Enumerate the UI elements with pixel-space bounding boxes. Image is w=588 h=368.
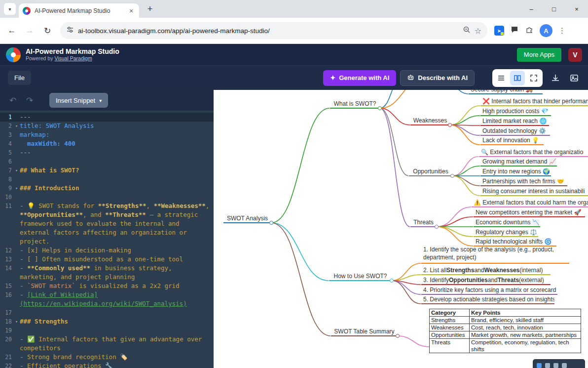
- node-circle-opp[interactable]: [450, 174, 454, 178]
- node-circle-wis[interactable]: [378, 106, 382, 110]
- editor-line[interactable]: 2▾title: SWOT Analysis: [0, 122, 214, 130]
- export-image-icon[interactable]: [568, 72, 580, 84]
- map-node-htu[interactable]: How to Use SWOT?: [329, 271, 392, 281]
- editor-line[interactable]: 11- 💡 SWOT stands for **Strengths**, **W…: [0, 202, 214, 246]
- maximize-button[interactable]: □: [543, 0, 565, 18]
- node-circle-weak[interactable]: [448, 123, 452, 127]
- map-node-w2[interactable]: High production costs 💎: [480, 106, 551, 116]
- editor-line[interactable]: 5---: [0, 148, 214, 157]
- zoom-icon[interactable]: [463, 26, 471, 36]
- node-circle-root[interactable]: [269, 221, 273, 225]
- map-node-o1[interactable]: 🔍 External factors that the organizatio: [479, 147, 588, 157]
- site-settings-icon[interactable]: [66, 26, 74, 36]
- tab-close-icon[interactable]: ×: [127, 7, 135, 15]
- extensions-puzzle-icon[interactable]: [525, 25, 534, 36]
- visual-paradigm-link[interactable]: Visual Paradigm: [54, 55, 92, 61]
- map-node-wis[interactable]: What is SWOT?: [330, 98, 380, 109]
- editor-line[interactable]: 19: [0, 326, 214, 335]
- node-circle-tbl[interactable]: [396, 334, 400, 338]
- user-avatar[interactable]: V: [568, 48, 582, 62]
- map-node-w4[interactable]: Outdated technology ⚙️: [480, 125, 550, 136]
- node-circle-thr[interactable]: [435, 225, 439, 229]
- new-tab-button[interactable]: +: [143, 2, 157, 16]
- bookmark-star-icon[interactable]: ☆: [475, 26, 481, 36]
- fit-view-icon[interactable]: [562, 363, 567, 368]
- url-bar[interactable]: ai-toolbox.visual-paradigm.com/app/ai-po…: [60, 22, 487, 39]
- map-node-o5[interactable]: Rising consumer interest in sustainabili: [480, 186, 588, 196]
- reload-button[interactable]: ↻: [41, 25, 53, 37]
- editor-line[interactable]: 10: [0, 193, 214, 202]
- map-node-o4[interactable]: Partnerships with tech firms 🤝: [480, 176, 567, 186]
- map-node-t1[interactable]: ⚠️ External factors that could harm the …: [472, 197, 588, 207]
- map-node-t2[interactable]: New competitors entering the market 🚀: [474, 207, 585, 217]
- map-node-o3[interactable]: Entry into new regions 🌍: [480, 166, 551, 176]
- undo-button[interactable]: ↶: [7, 95, 19, 106]
- editor-line[interactable]: 16- [Link of Wikipedia](https://en.wikip…: [0, 290, 214, 308]
- map-node-thr[interactable]: Threats: [410, 217, 437, 227]
- back-button[interactable]: ←: [6, 25, 18, 37]
- more-apps-button[interactable]: More Apps: [517, 48, 561, 62]
- editor-line[interactable]: 8: [0, 175, 214, 184]
- editor-line[interactable]: 20- ✅ Internal factors that give an adva…: [0, 335, 214, 353]
- fold-chevron-icon[interactable]: ▾: [13, 166, 20, 175]
- node-circle-htu[interactable]: [390, 279, 394, 283]
- map-node-o2[interactable]: Growing market demand 📈: [480, 156, 557, 166]
- map-node-h5[interactable]: 5. Develop actionable strategies based o…: [421, 294, 554, 304]
- editor-line[interactable]: 12- [x] Helps in decision-making: [0, 246, 214, 255]
- markmap-canvas[interactable]: Secure supply chain 🚚SWOT AnalysisWhat i…: [214, 90, 588, 368]
- outline-view-button[interactable]: [494, 71, 509, 85]
- redo-button[interactable]: ↷: [24, 95, 36, 106]
- tab-search-button[interactable]: ▾: [4, 3, 16, 15]
- generate-with-ai-button[interactable]: ✦ Generate with AI: [323, 70, 396, 86]
- map-node-tbl[interactable]: SWOT Table Summary: [331, 326, 398, 336]
- markmap-toolbar[interactable]: [533, 359, 585, 368]
- fold-chevron-icon[interactable]: ▾: [13, 184, 20, 193]
- insert-snippet-button[interactable]: Insert Snippet ▾: [49, 93, 108, 108]
- forward-button[interactable]: →: [24, 25, 36, 37]
- editor-line[interactable]: 7▾## What is SWOT?: [0, 166, 214, 175]
- browser-menu-icon[interactable]: ⋮: [558, 26, 566, 35]
- editor-line[interactable]: 15- `SWOT matrix` is visualized as a 2x2…: [0, 282, 214, 290]
- map-node-h1[interactable]: 1. Identify the scope of the analysis (e…: [421, 245, 569, 264]
- extension-icon[interactable]: ➤: [494, 26, 504, 36]
- map-node-w3[interactable]: Limited market reach 🌐: [480, 116, 549, 126]
- file-menu-button[interactable]: File: [8, 71, 31, 85]
- editor-line[interactable]: 4 maxWidth: 400: [0, 139, 214, 148]
- map-node-t3[interactable]: Economic downturns 📉: [474, 217, 540, 227]
- profile-avatar[interactable]: A: [540, 24, 552, 37]
- fullscreen-button[interactable]: [526, 71, 541, 85]
- download-icon[interactable]: [550, 72, 561, 84]
- map-node-w1[interactable]: ❌ Internal factors that hinder performan: [480, 96, 588, 106]
- map-node-h3[interactable]: 3. Identify Opportunities and Threats (e…: [421, 275, 551, 285]
- editor-line[interactable]: 13- [ ] Often misunderstood as a one-tim…: [0, 255, 214, 264]
- map-node-weak[interactable]: Weaknesses: [410, 115, 450, 125]
- editor-line[interactable]: 21- Strong brand recognition 🏷️: [0, 353, 214, 362]
- browser-tab[interactable]: AI-Powered Markmap Studio ×: [19, 3, 139, 18]
- markdown-editor[interactable]: ↶ ↷ Insert Snippet ▾ 1---2▾title: SWOT A…: [0, 90, 214, 368]
- minimize-button[interactable]: –: [520, 0, 543, 18]
- map-node-h2[interactable]: 2. List all Strengths and Weaknesses (in…: [421, 265, 551, 275]
- fold-chevron-icon[interactable]: ▾: [13, 317, 20, 326]
- map-node-t5[interactable]: Rapid technological shifts 🌀: [474, 236, 556, 246]
- chat-extension-icon[interactable]: [510, 25, 519, 36]
- map-node-secure[interactable]: Secure supply chain 🚚: [469, 90, 543, 94]
- editor-line[interactable]: 3markmap:: [0, 130, 214, 139]
- close-button[interactable]: ×: [565, 0, 588, 18]
- editor-line[interactable]: 17: [0, 308, 214, 317]
- editor-line[interactable]: 9▾### Introduction: [0, 184, 214, 193]
- map-node-w5[interactable]: Lack of innovation 💡: [480, 135, 544, 145]
- editor-line[interactable]: 22- Efficient operations 🔧: [0, 362, 214, 368]
- editor-lines[interactable]: 1---2▾title: SWOT Analysis3markmap:4 max…: [0, 111, 214, 368]
- editor-line[interactable]: 6: [0, 157, 214, 166]
- zoom-out-icon[interactable]: [553, 363, 558, 368]
- fold-chevron-icon[interactable]: ▾: [13, 122, 20, 130]
- editor-line[interactable]: 18▾### Strengths: [0, 317, 214, 326]
- zoom-in-icon[interactable]: [545, 363, 550, 368]
- map-node-h4[interactable]: 4. Prioritize key factors using a matrix…: [421, 285, 557, 295]
- split-view-button[interactable]: [510, 71, 525, 85]
- editor-line[interactable]: 14- **Commonly used** in business strate…: [0, 264, 214, 282]
- describe-with-ai-button[interactable]: Describe with AI: [400, 70, 475, 86]
- map-node-opp[interactable]: Opportunities: [409, 166, 452, 176]
- map-node-t4[interactable]: Regulatory changes ⚖️: [474, 227, 538, 237]
- map-node-root[interactable]: SWOT Analysis: [223, 213, 271, 223]
